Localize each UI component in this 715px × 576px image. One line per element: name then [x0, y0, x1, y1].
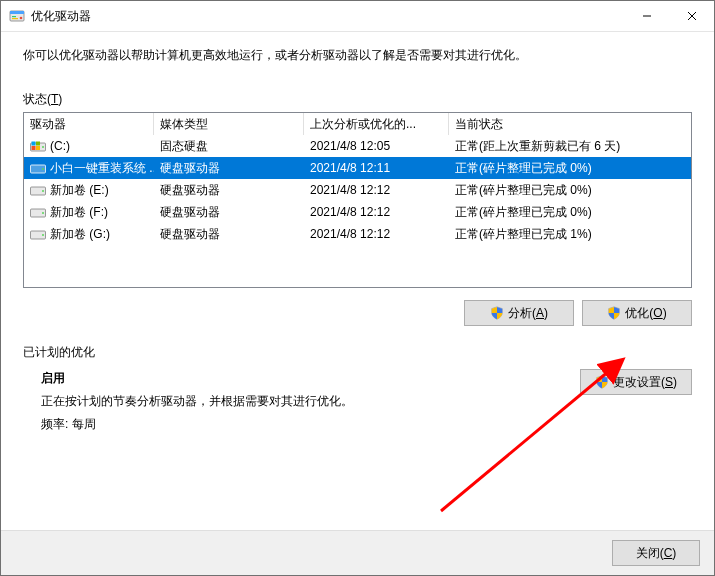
svg-rect-3	[12, 18, 18, 19]
drive-last: 2021/4/8 12:11	[304, 157, 449, 179]
drive-status: 正常(距上次重新剪裁已有 6 天)	[449, 135, 691, 157]
close-button[interactable]	[669, 1, 714, 31]
shield-icon	[607, 306, 621, 320]
window-title: 优化驱动器	[31, 8, 91, 25]
column-status[interactable]: 当前状态	[449, 113, 691, 135]
drive-row[interactable]: (C:)固态硬盘2021/4/8 12:05正常(距上次重新剪裁已有 6 天)	[24, 135, 691, 157]
optimize-button[interactable]: 优化(O)	[582, 300, 692, 326]
scheduled-info: 启用 正在按计划的节奏分析驱动器，并根据需要对其进行优化。 频率: 每周	[23, 367, 580, 435]
drive-name: 新加卷 (G:)	[50, 226, 110, 243]
drive-name: 新加卷 (F:)	[50, 204, 108, 221]
drive-media: 硬盘驱动器	[154, 179, 304, 201]
svg-point-4	[20, 17, 23, 20]
drive-name: 小白一键重装系统 ...	[50, 160, 154, 177]
svg-point-19	[42, 212, 44, 214]
scheduled-desc: 正在按计划的节奏分析驱动器，并根据需要对其进行优化。	[41, 390, 580, 413]
column-last[interactable]: 上次分析或优化的...	[304, 113, 449, 135]
intro-text: 你可以优化驱动器以帮助计算机更高效地运行，或者分析驱动器以了解是否需要对其进行优…	[23, 46, 692, 65]
drive-icon	[30, 206, 46, 218]
svg-point-9	[42, 146, 44, 148]
svg-rect-1	[10, 11, 24, 14]
drive-list[interactable]: 驱动器 媒体类型 上次分析或优化的... 当前状态 (C:)固态硬盘2021/4…	[23, 112, 692, 288]
drive-icon	[30, 162, 46, 174]
drive-icon	[30, 140, 46, 152]
svg-rect-12	[32, 146, 36, 150]
drive-media: 硬盘驱动器	[154, 223, 304, 245]
column-drive[interactable]: 驱动器	[24, 113, 154, 135]
drive-row[interactable]: 小白一键重装系统 ...硬盘驱动器2021/4/8 12:11正常(碎片整理已完…	[24, 157, 691, 179]
scheduled-enabled: 启用	[41, 367, 580, 390]
titlebar: 优化驱动器	[1, 1, 714, 32]
close-dialog-button[interactable]: 关闭(C)	[612, 540, 700, 566]
drive-last: 2021/4/8 12:12	[304, 201, 449, 223]
shield-icon	[490, 306, 504, 320]
drive-media: 固态硬盘	[154, 135, 304, 157]
analyze-button[interactable]: 分析(A)	[464, 300, 574, 326]
minimize-button[interactable]	[624, 1, 669, 31]
drive-row[interactable]: 新加卷 (E:)硬盘驱动器2021/4/8 12:12正常(碎片整理已完成 0%…	[24, 179, 691, 201]
footer: 关闭(C)	[1, 530, 714, 575]
svg-rect-11	[36, 142, 40, 146]
drive-row[interactable]: 新加卷 (G:)硬盘驱动器2021/4/8 12:12正常(碎片整理已完成 1%…	[24, 223, 691, 245]
drive-status: 正常(碎片整理已完成 0%)	[449, 179, 691, 201]
shield-icon	[595, 375, 609, 389]
drive-name: (C:)	[50, 139, 70, 153]
drive-media: 硬盘驱动器	[154, 157, 304, 179]
app-icon	[9, 8, 25, 24]
drive-last: 2021/4/8 12:12	[304, 179, 449, 201]
drive-icon	[30, 184, 46, 196]
drive-status: 正常(碎片整理已完成 0%)	[449, 157, 691, 179]
change-settings-button[interactable]: 更改设置(S)	[580, 369, 692, 395]
column-media[interactable]: 媒体类型	[154, 113, 304, 135]
drive-status: 正常(碎片整理已完成 1%)	[449, 223, 691, 245]
svg-point-17	[42, 190, 44, 192]
svg-rect-13	[36, 146, 40, 150]
svg-rect-10	[32, 142, 36, 146]
drive-list-header: 驱动器 媒体类型 上次分析或优化的... 当前状态	[24, 113, 691, 135]
scheduled-freq: 频率: 每周	[41, 413, 580, 436]
drive-last: 2021/4/8 12:05	[304, 135, 449, 157]
svg-point-21	[42, 234, 44, 236]
scheduled-section-label: 已计划的优化	[23, 344, 692, 361]
drive-row[interactable]: 新加卷 (F:)硬盘驱动器2021/4/8 12:12正常(碎片整理已完成 0%…	[24, 201, 691, 223]
drive-last: 2021/4/8 12:12	[304, 223, 449, 245]
drive-name: 新加卷 (E:)	[50, 182, 109, 199]
status-section-label: 状态(T)	[23, 91, 692, 108]
drive-status: 正常(碎片整理已完成 0%)	[449, 201, 691, 223]
drive-media: 硬盘驱动器	[154, 201, 304, 223]
svg-point-15	[42, 168, 44, 170]
drive-icon	[30, 228, 46, 240]
svg-rect-2	[12, 16, 16, 17]
